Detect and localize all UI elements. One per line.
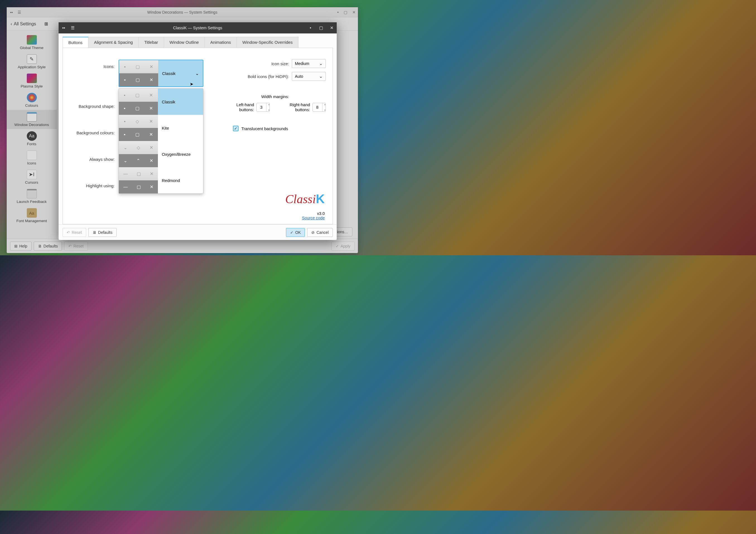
label-translucent: Translucent backgrounds	[241, 126, 288, 131]
chevron-left-icon: ‹	[11, 21, 12, 26]
sidebar-item-application-style[interactable]: ✎ Application Style	[7, 52, 57, 71]
label-highlight: Highlight using:	[63, 183, 118, 188]
ok-button[interactable]: ✓ OK	[286, 228, 305, 237]
parent-apply-button: ✓ Apply	[332, 242, 355, 251]
sidebar-item-global-theme[interactable]: Global Theme	[7, 33, 57, 52]
settings-sidebar: Global Theme ✎ Application Style Plasma …	[7, 31, 57, 239]
dialog-defaults-button[interactable]: 🗎 Defaults	[89, 228, 117, 237]
label-width-margins: Width margins:	[225, 94, 326, 99]
maximize-icon[interactable]: ▢	[318, 25, 324, 31]
minimize-icon[interactable]: •	[337, 10, 339, 14]
label-bold-icons: Bold icons (for HiDPI):	[225, 74, 292, 79]
tab-titlebar[interactable]: Titlebar	[138, 37, 164, 48]
cancel-icon: ⊘	[311, 230, 315, 235]
label-bg-colours: Background colours:	[63, 130, 118, 135]
spin-down-icon[interactable]: ⌄	[322, 107, 326, 112]
sidebar-item-window-decorations[interactable]: Window Decorations	[7, 110, 57, 129]
right-buttons-spinbox[interactable]: ⌃⌄	[312, 103, 326, 112]
module-icon: ⊞	[44, 21, 48, 26]
tab-window-outline[interactable]: Window Outline	[164, 37, 205, 48]
dialog-tabs: Buttons Alignment & Spacing Titlebar Win…	[63, 37, 333, 48]
spin-down-icon[interactable]: ⌄	[266, 107, 270, 112]
parent-footer: ⊞ Help 🗎 Defaults ↶ Reset ✓ Apply	[7, 239, 358, 253]
icons-dropdown-popup: ▪▢✕ ▪▢✕ Classik ▪◇✕ ▪▢✕ Kite ⌄◇✕ ⌄⌃✕	[119, 89, 203, 194]
sidebar-item-icons[interactable]: Icons	[7, 148, 57, 167]
label-bg-shape: Background shape:	[63, 104, 118, 109]
tab-content: Icons: Background shape: Background colo…	[63, 48, 333, 224]
preview-classik: ▪▢✕ ▪▢✕	[119, 60, 158, 87]
module-indicator: ⊞	[44, 21, 48, 26]
sidebar-item-cursors[interactable]: ➤I Cursors	[7, 167, 57, 187]
parent-reset-button: ↶ Reset	[64, 242, 88, 251]
source-code-link[interactable]: Source code	[302, 216, 325, 220]
icon-size-select[interactable]: Medium ⌄	[292, 59, 326, 68]
sidebar-item-fonts[interactable]: Aa Fonts	[7, 129, 57, 148]
app-menu-icon[interactable]: ▪▪	[61, 25, 67, 31]
tab-alignment[interactable]: Alignment & Spacing	[88, 37, 139, 48]
sidebar-toggle-icon[interactable]: ☰	[17, 10, 22, 15]
label-icons: Icons:	[63, 64, 118, 69]
dialog-footer: ↶ Reset 🗎 Defaults ✓ OK ⊘ Cancel	[59, 224, 337, 240]
dropdown-option-classik[interactable]: ▪▢✕ ▪▢✕ Classik	[119, 89, 203, 115]
dropdown-option-kite[interactable]: ▪◇✕ ▪▢✕ Kite	[119, 115, 203, 141]
sidebar-item-plasma-style[interactable]: Plasma Style	[7, 71, 57, 90]
bold-icons-select[interactable]: Auto ⌄	[292, 72, 326, 81]
left-buttons-spinbox[interactable]: ⌃⌄	[256, 103, 270, 112]
dialog-title: ClassiK — System Settings	[173, 26, 222, 30]
label-left-buttons: Left-hand buttons:	[225, 102, 254, 112]
sidebar-item-colours[interactable]: Colours	[7, 90, 57, 110]
left-labels: Icons: Background shape: Background colo…	[63, 64, 118, 188]
dialog-reset-button: ↶ Reset	[63, 228, 86, 237]
document-icon: 🗎	[93, 230, 96, 235]
close-icon[interactable]: ✕	[329, 25, 335, 31]
spin-up-icon[interactable]: ⌃	[266, 103, 270, 107]
maximize-icon[interactable]: ▢	[344, 10, 347, 14]
undo-icon: ↶	[67, 230, 70, 235]
document-icon: 🗎	[38, 244, 42, 248]
undo-icon: ↶	[68, 244, 72, 248]
sidebar-toggle-icon[interactable]: ☰	[70, 25, 75, 31]
sidebar-item-font-management[interactable]: Aa Font Management	[7, 206, 57, 225]
chevron-down-icon: ⌄	[319, 74, 323, 79]
translucent-checkbox[interactable]: ✓	[233, 126, 238, 131]
classik-dialog: ▪▪ ☰ ClassiK — System Settings • ▢ ✕ But…	[59, 22, 337, 240]
spin-up-icon[interactable]: ⌃	[322, 103, 326, 107]
parent-titlebar: ▪▪ ☰ Window Decorations — System Setting…	[7, 7, 358, 17]
label-always-show: Always show:	[63, 157, 118, 162]
chevron-down-icon: ⌄	[195, 60, 203, 87]
back-label: All Settings	[14, 21, 36, 26]
check-icon: ✓	[290, 230, 293, 235]
tab-overrides[interactable]: Window-Specific Overrides	[236, 37, 299, 48]
label-right-buttons: Right-hand buttons:	[278, 102, 310, 112]
help-button[interactable]: ⊞ Help	[10, 242, 32, 251]
dialog-titlebar: ▪▪ ☰ ClassiK — System Settings • ▢ ✕	[59, 22, 337, 34]
chevron-down-icon: ⌄	[319, 61, 323, 66]
check-icon: ✓	[336, 244, 339, 248]
app-menu-icon[interactable]: ▪▪	[9, 10, 14, 15]
cursor-icon: ➤	[190, 81, 193, 87]
dropdown-option-redmond[interactable]: —▢✕ —▢✕ Redmond	[119, 167, 203, 193]
tab-animations[interactable]: Animations	[204, 37, 237, 48]
sidebar-item-launch-feedback[interactable]: Launch Feedback	[7, 187, 57, 206]
parent-defaults-button[interactable]: 🗎 Defaults	[34, 242, 62, 251]
back-button[interactable]: ‹ All Settings	[11, 21, 36, 26]
cancel-button[interactable]: ⊘ Cancel	[307, 228, 333, 237]
minimize-icon[interactable]: •	[308, 25, 313, 31]
parent-window-title: Window Decorations — System Settings	[147, 10, 217, 14]
tab-buttons[interactable]: Buttons	[63, 37, 89, 48]
label-icon-size: Icon size:	[225, 61, 292, 66]
classik-logo: ClassiK	[285, 192, 325, 206]
help-icon: ⊞	[14, 244, 17, 248]
version-label: v3.0	[302, 211, 325, 216]
close-icon[interactable]: ✕	[352, 10, 356, 14]
dropdown-option-oxygen[interactable]: ⌄◇✕ ⌄⌃✕ Oxygen/Breeze	[119, 141, 203, 167]
